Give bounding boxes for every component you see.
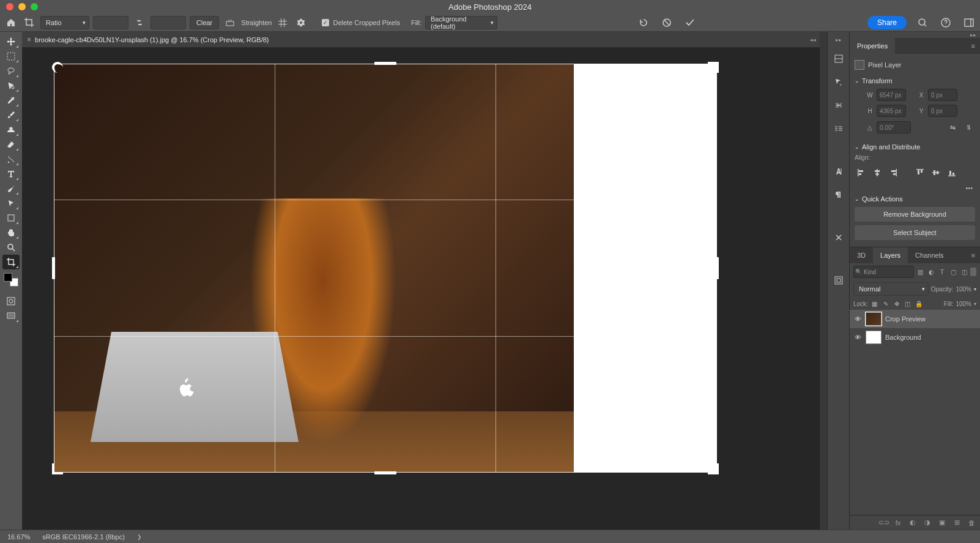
path-selection-tool[interactable] <box>2 196 20 211</box>
help-button[interactable] <box>938 15 953 30</box>
crop-settings-button[interactable] <box>294 15 308 30</box>
home-button[interactable] <box>4 15 18 30</box>
filter-pixel-icon[interactable]: ▥ <box>915 267 925 277</box>
transform-section-header[interactable]: ⌄Transform <box>855 75 975 87</box>
vertical-scrollbar[interactable] <box>820 32 827 530</box>
new-layer-icon[interactable]: ⊞ <box>952 519 962 526</box>
lock-pixels-icon[interactable]: ✎ <box>882 299 890 308</box>
type-tool[interactable] <box>2 167 20 181</box>
lock-position-icon[interactable]: ✥ <box>893 299 901 308</box>
brush-tool[interactable] <box>2 108 20 122</box>
comments-panel-icon[interactable] <box>831 273 846 288</box>
align-center-h-button[interactable] <box>870 166 884 179</box>
align-right-button[interactable] <box>886 166 900 179</box>
tab-channels[interactable]: Channels <box>908 247 951 263</box>
eyedropper-tool[interactable] <box>2 93 20 108</box>
lock-artboard-icon[interactable]: ◫ <box>904 299 912 308</box>
character-panel-icon[interactable] <box>831 164 846 179</box>
layers-menu-button[interactable]: ≡ <box>971 252 980 259</box>
overlay-grid-button[interactable] <box>275 15 290 30</box>
lasso-tool[interactable] <box>2 64 20 78</box>
search-button[interactable] <box>915 15 930 30</box>
color-profile[interactable]: sRGB IEC61966-2.1 (8bpc) <box>42 533 125 541</box>
delete-layer-icon[interactable]: 🗑 <box>967 519 976 526</box>
commit-crop-button[interactable] <box>683 15 697 30</box>
filter-shape-icon[interactable]: ▢ <box>948 267 958 277</box>
fill-dropdown[interactable]: Background (default) <box>425 16 497 29</box>
adjustments-panel-icon[interactable] <box>831 98 846 113</box>
align-section-header[interactable]: ⌄Align and Distribute <box>855 141 975 153</box>
share-button[interactable]: Share <box>867 16 907 29</box>
maximize-window-button[interactable] <box>31 3 38 10</box>
align-top-button[interactable] <box>913 166 927 179</box>
canvas-area[interactable] <box>22 48 820 530</box>
align-left-button[interactable] <box>855 166 868 179</box>
layer-item[interactable]: 👁 Background <box>850 328 980 346</box>
align-bottom-button[interactable] <box>945 166 959 179</box>
lock-all-icon[interactable]: 🔒 <box>915 299 923 308</box>
crop-width-input[interactable] <box>93 16 128 29</box>
history-panel-icon[interactable] <box>831 230 846 245</box>
pen-tool[interactable] <box>2 181 20 196</box>
document-canvas[interactable] <box>54 64 717 473</box>
quick-mask-toggle[interactable] <box>2 294 20 309</box>
quick-actions-header[interactable]: ⌄Quick Actions <box>855 193 975 205</box>
height-input[interactable] <box>877 105 906 117</box>
tab-layers[interactable]: Layers <box>873 247 908 263</box>
workspace-button[interactable] <box>962 15 976 30</box>
crop-height-input[interactable] <box>150 16 186 29</box>
status-more-icon[interactable]: ❯ <box>137 534 142 540</box>
layer-visibility-toggle[interactable]: 👁 <box>853 315 862 323</box>
flip-vertical-button[interactable]: ⥮ <box>962 121 975 134</box>
opacity-value[interactable]: 100% <box>956 286 971 293</box>
foreground-background-colors[interactable] <box>2 272 20 288</box>
lock-transparency-icon[interactable]: ▦ <box>870 299 879 308</box>
close-tab-button[interactable]: × <box>27 36 31 44</box>
hand-tool[interactable] <box>2 225 20 240</box>
document-tab[interactable]: × brooke-cagle-cb4Dv50LN1Y-unsplash (1).… <box>27 36 269 44</box>
marquee-tool[interactable] <box>2 49 20 64</box>
straighten-icon[interactable] <box>223 15 237 30</box>
paragraph-panel-icon[interactable] <box>831 187 846 202</box>
aspect-ratio-dropdown[interactable]: Ratio <box>40 16 89 29</box>
align-center-v-button[interactable] <box>929 166 943 179</box>
panel-menu-button[interactable]: ≡ <box>971 42 980 50</box>
filter-smart-icon[interactable]: ◫ <box>959 267 969 277</box>
layer-mask-icon[interactable]: ◐ <box>908 519 918 526</box>
layer-thumbnail[interactable] <box>866 331 882 344</box>
width-input[interactable] <box>877 89 906 101</box>
color-panel-icon[interactable] <box>831 51 846 66</box>
selection-tool[interactable] <box>2 78 20 93</box>
link-layers-icon[interactable]: ⊂⊃ <box>878 519 888 526</box>
swap-dimensions-button[interactable] <box>132 15 147 30</box>
reset-crop-button[interactable] <box>636 15 651 30</box>
collapse-tabstrip-icon[interactable]: ◂◂ <box>810 37 820 43</box>
flip-horizontal-button[interactable]: ⇋ <box>946 121 959 134</box>
move-tool[interactable] <box>2 34 20 49</box>
y-input[interactable] <box>928 105 957 117</box>
blend-mode-dropdown[interactable]: Normal <box>853 282 929 296</box>
layer-style-icon[interactable]: fx <box>893 519 903 526</box>
tab-3d[interactable]: 3D <box>850 247 873 263</box>
layer-filter-dropdown[interactable]: Kind <box>853 266 914 278</box>
x-input[interactable] <box>928 89 957 101</box>
angle-input[interactable] <box>877 121 911 133</box>
swatches-panel-icon[interactable] <box>831 75 846 89</box>
zoom-tool[interactable] <box>2 240 20 255</box>
remove-background-button[interactable]: Remove Background <box>855 207 975 222</box>
close-window-button[interactable] <box>6 3 13 10</box>
more-align-button[interactable]: ••• <box>965 184 973 192</box>
expand-dock-button[interactable]: ▸▸ <box>850 32 980 38</box>
eraser-tool[interactable] <box>2 137 20 152</box>
filter-toggle[interactable] <box>970 268 976 276</box>
layer-thumbnail[interactable] <box>866 312 882 326</box>
delete-cropped-checkbox[interactable]: ✓ <box>322 19 329 26</box>
properties-tab[interactable]: Properties <box>850 38 895 54</box>
layer-item[interactable]: 👁 Crop Preview <box>850 310 980 328</box>
libraries-panel-icon[interactable] <box>831 121 846 136</box>
expand-panels-button[interactable]: ▸▸ <box>836 37 842 43</box>
screen-mode-button[interactable] <box>2 309 20 323</box>
shape-tool[interactable] <box>2 211 20 225</box>
clone-stamp-tool[interactable] <box>2 122 20 137</box>
zoom-level[interactable]: 16.67% <box>7 533 30 541</box>
